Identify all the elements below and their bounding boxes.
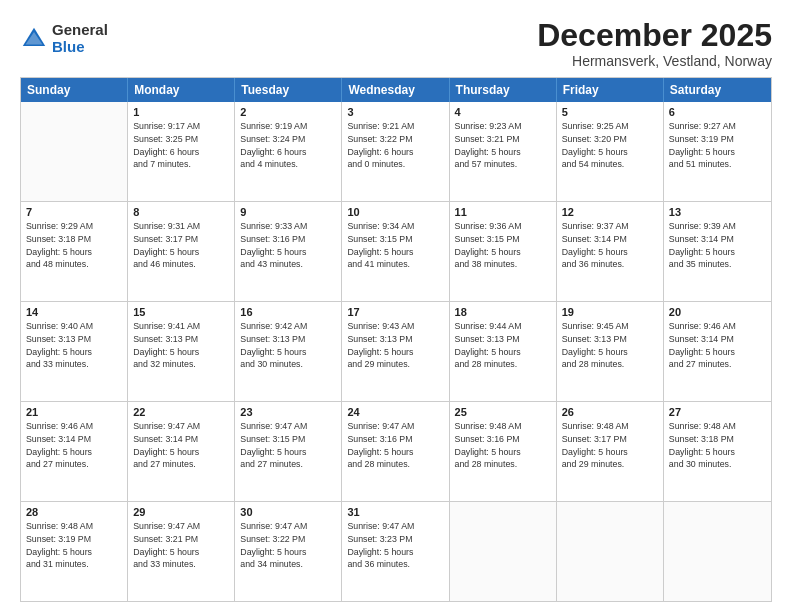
cal-cell-5-4: 31Sunrise: 9:47 AMSunset: 3:23 PMDayligh…: [342, 502, 449, 601]
cell-day-number: 23: [240, 406, 336, 418]
cell-day-number: 27: [669, 406, 766, 418]
cell-info: Sunrise: 9:27 AMSunset: 3:19 PMDaylight:…: [669, 120, 766, 171]
cell-day-number: 18: [455, 306, 551, 318]
cell-info: Sunrise: 9:37 AMSunset: 3:14 PMDaylight:…: [562, 220, 658, 271]
cell-info: Sunrise: 9:33 AMSunset: 3:16 PMDaylight:…: [240, 220, 336, 271]
cal-week-4: 21Sunrise: 9:46 AMSunset: 3:14 PMDayligh…: [21, 401, 771, 501]
logo-icon: [20, 25, 48, 53]
cell-day-number: 22: [133, 406, 229, 418]
page: General Blue December 2025 Hermansverk, …: [0, 0, 792, 612]
cal-cell-2-4: 10Sunrise: 9:34 AMSunset: 3:15 PMDayligh…: [342, 202, 449, 301]
cell-day-number: 5: [562, 106, 658, 118]
cal-header-day-thursday: Thursday: [450, 78, 557, 102]
cell-info: Sunrise: 9:47 AMSunset: 3:23 PMDaylight:…: [347, 520, 443, 571]
cal-cell-1-3: 2Sunrise: 9:19 AMSunset: 3:24 PMDaylight…: [235, 102, 342, 201]
cell-info: Sunrise: 9:46 AMSunset: 3:14 PMDaylight:…: [26, 420, 122, 471]
cal-cell-5-7: [664, 502, 771, 601]
cell-info: Sunrise: 9:29 AMSunset: 3:18 PMDaylight:…: [26, 220, 122, 271]
logo-general: General: [52, 22, 108, 39]
cell-day-number: 9: [240, 206, 336, 218]
title-block: December 2025 Hermansverk, Vestland, Nor…: [537, 18, 772, 69]
cal-cell-1-4: 3Sunrise: 9:21 AMSunset: 3:22 PMDaylight…: [342, 102, 449, 201]
cal-cell-3-1: 14Sunrise: 9:40 AMSunset: 3:13 PMDayligh…: [21, 302, 128, 401]
cell-day-number: 17: [347, 306, 443, 318]
cell-day-number: 30: [240, 506, 336, 518]
cal-cell-4-1: 21Sunrise: 9:46 AMSunset: 3:14 PMDayligh…: [21, 402, 128, 501]
cell-day-number: 14: [26, 306, 122, 318]
cal-header-day-monday: Monday: [128, 78, 235, 102]
cal-cell-3-3: 16Sunrise: 9:42 AMSunset: 3:13 PMDayligh…: [235, 302, 342, 401]
cal-cell-5-5: [450, 502, 557, 601]
cell-day-number: 7: [26, 206, 122, 218]
cell-day-number: 3: [347, 106, 443, 118]
cell-info: Sunrise: 9:39 AMSunset: 3:14 PMDaylight:…: [669, 220, 766, 271]
cell-day-number: 31: [347, 506, 443, 518]
cell-day-number: 2: [240, 106, 336, 118]
logo: General Blue: [20, 22, 108, 55]
cell-day-number: 20: [669, 306, 766, 318]
cell-info: Sunrise: 9:43 AMSunset: 3:13 PMDaylight:…: [347, 320, 443, 371]
cell-day-number: 4: [455, 106, 551, 118]
cal-cell-5-1: 28Sunrise: 9:48 AMSunset: 3:19 PMDayligh…: [21, 502, 128, 601]
cell-info: Sunrise: 9:19 AMSunset: 3:24 PMDaylight:…: [240, 120, 336, 171]
cal-cell-3-2: 15Sunrise: 9:41 AMSunset: 3:13 PMDayligh…: [128, 302, 235, 401]
cal-cell-3-6: 19Sunrise: 9:45 AMSunset: 3:13 PMDayligh…: [557, 302, 664, 401]
calendar-header: SundayMondayTuesdayWednesdayThursdayFrid…: [21, 78, 771, 102]
cal-cell-4-4: 24Sunrise: 9:47 AMSunset: 3:16 PMDayligh…: [342, 402, 449, 501]
cal-header-day-tuesday: Tuesday: [235, 78, 342, 102]
cell-info: Sunrise: 9:46 AMSunset: 3:14 PMDaylight:…: [669, 320, 766, 371]
cell-info: Sunrise: 9:48 AMSunset: 3:19 PMDaylight:…: [26, 520, 122, 571]
cell-info: Sunrise: 9:47 AMSunset: 3:21 PMDaylight:…: [133, 520, 229, 571]
cal-cell-3-4: 17Sunrise: 9:43 AMSunset: 3:13 PMDayligh…: [342, 302, 449, 401]
cal-cell-2-5: 11Sunrise: 9:36 AMSunset: 3:15 PMDayligh…: [450, 202, 557, 301]
cell-info: Sunrise: 9:45 AMSunset: 3:13 PMDaylight:…: [562, 320, 658, 371]
cal-header-day-wednesday: Wednesday: [342, 78, 449, 102]
logo-text: General Blue: [52, 22, 108, 55]
cell-day-number: 15: [133, 306, 229, 318]
cell-info: Sunrise: 9:17 AMSunset: 3:25 PMDaylight:…: [133, 120, 229, 171]
cell-info: Sunrise: 9:42 AMSunset: 3:13 PMDaylight:…: [240, 320, 336, 371]
cell-info: Sunrise: 9:48 AMSunset: 3:18 PMDaylight:…: [669, 420, 766, 471]
cell-info: Sunrise: 9:40 AMSunset: 3:13 PMDaylight:…: [26, 320, 122, 371]
cal-cell-4-3: 23Sunrise: 9:47 AMSunset: 3:15 PMDayligh…: [235, 402, 342, 501]
calendar: SundayMondayTuesdayWednesdayThursdayFrid…: [20, 77, 772, 602]
cal-cell-5-6: [557, 502, 664, 601]
cell-day-number: 13: [669, 206, 766, 218]
logo-blue: Blue: [52, 39, 108, 56]
cal-cell-5-3: 30Sunrise: 9:47 AMSunset: 3:22 PMDayligh…: [235, 502, 342, 601]
cal-cell-2-7: 13Sunrise: 9:39 AMSunset: 3:14 PMDayligh…: [664, 202, 771, 301]
cell-day-number: 10: [347, 206, 443, 218]
cell-info: Sunrise: 9:25 AMSunset: 3:20 PMDaylight:…: [562, 120, 658, 171]
cal-cell-4-6: 26Sunrise: 9:48 AMSunset: 3:17 PMDayligh…: [557, 402, 664, 501]
cal-week-5: 28Sunrise: 9:48 AMSunset: 3:19 PMDayligh…: [21, 501, 771, 601]
cal-cell-3-5: 18Sunrise: 9:44 AMSunset: 3:13 PMDayligh…: [450, 302, 557, 401]
cell-day-number: 6: [669, 106, 766, 118]
cell-day-number: 12: [562, 206, 658, 218]
cell-info: Sunrise: 9:47 AMSunset: 3:15 PMDaylight:…: [240, 420, 336, 471]
cell-info: Sunrise: 9:41 AMSunset: 3:13 PMDaylight:…: [133, 320, 229, 371]
cell-day-number: 21: [26, 406, 122, 418]
cell-day-number: 16: [240, 306, 336, 318]
cell-day-number: 1: [133, 106, 229, 118]
cal-cell-1-5: 4Sunrise: 9:23 AMSunset: 3:21 PMDaylight…: [450, 102, 557, 201]
cell-day-number: 28: [26, 506, 122, 518]
cell-day-number: 8: [133, 206, 229, 218]
cell-info: Sunrise: 9:47 AMSunset: 3:22 PMDaylight:…: [240, 520, 336, 571]
cell-info: Sunrise: 9:47 AMSunset: 3:14 PMDaylight:…: [133, 420, 229, 471]
cal-cell-1-1: [21, 102, 128, 201]
cell-info: Sunrise: 9:21 AMSunset: 3:22 PMDaylight:…: [347, 120, 443, 171]
cal-cell-3-7: 20Sunrise: 9:46 AMSunset: 3:14 PMDayligh…: [664, 302, 771, 401]
cal-cell-1-7: 6Sunrise: 9:27 AMSunset: 3:19 PMDaylight…: [664, 102, 771, 201]
cell-info: Sunrise: 9:48 AMSunset: 3:17 PMDaylight:…: [562, 420, 658, 471]
header: General Blue December 2025 Hermansverk, …: [20, 18, 772, 69]
cell-info: Sunrise: 9:23 AMSunset: 3:21 PMDaylight:…: [455, 120, 551, 171]
cell-info: Sunrise: 9:31 AMSunset: 3:17 PMDaylight:…: [133, 220, 229, 271]
cal-cell-1-6: 5Sunrise: 9:25 AMSunset: 3:20 PMDaylight…: [557, 102, 664, 201]
cal-cell-2-3: 9Sunrise: 9:33 AMSunset: 3:16 PMDaylight…: [235, 202, 342, 301]
calendar-body: 1Sunrise: 9:17 AMSunset: 3:25 PMDaylight…: [21, 102, 771, 601]
cell-day-number: 26: [562, 406, 658, 418]
subtitle: Hermansverk, Vestland, Norway: [537, 53, 772, 69]
cal-week-1: 1Sunrise: 9:17 AMSunset: 3:25 PMDaylight…: [21, 102, 771, 201]
cal-cell-4-5: 25Sunrise: 9:48 AMSunset: 3:16 PMDayligh…: [450, 402, 557, 501]
cal-cell-4-7: 27Sunrise: 9:48 AMSunset: 3:18 PMDayligh…: [664, 402, 771, 501]
